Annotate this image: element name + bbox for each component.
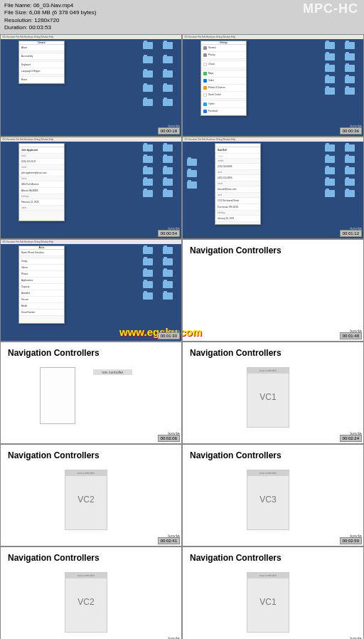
list-item: Name iPhone Simulator (19, 250, 64, 256)
list-item: 3494 Kuhl Avenue (19, 181, 64, 188)
folder-icon (143, 167, 153, 174)
thumb-11[interactable]: Navigation Controllers nav controller VC… (0, 546, 182, 639)
lynda-watermark: lynda (168, 636, 180, 639)
thumb-7[interactable]: Navigation Controllers nav controller ly… (0, 342, 182, 444)
folder-icon (163, 70, 173, 78)
nav-bar: nav controller (247, 470, 289, 476)
desktop-folders (325, 144, 358, 201)
thumb-4[interactable]: iOS Simulator File Edit Hardware Debug W… (182, 137, 364, 239)
list-item: 1512 Birchwood Street (215, 198, 260, 204)
list-item: February 22, 2020 (19, 199, 64, 206)
folder-icon (143, 190, 153, 197)
thumb-10[interactable]: Navigation Controllers nav controller VC… (182, 444, 364, 546)
mac-menubar: iOS Simulator File Edit Hardware Debug W… (1, 137, 181, 142)
desktop-folders (325, 42, 358, 99)
folder-icon (345, 167, 355, 174)
resolution-line: Resolution: 1280x720 (4, 17, 360, 24)
nav-bar: nav controller (65, 573, 107, 579)
folder-icon (325, 167, 335, 174)
folder-icon (163, 292, 173, 300)
contact-name: John Appleseed (19, 147, 64, 154)
folder-icon (143, 56, 153, 63)
ios-simulator: John Appleseed work (555) 555-5512 email… (18, 143, 65, 221)
timestamp: 00:02:41 (158, 537, 180, 544)
folder-icon (163, 258, 173, 265)
list-item: Photos & Camera (201, 85, 246, 92)
folder-icon (163, 179, 173, 186)
folder-icon (325, 190, 335, 197)
nav-controller-label: nav controller (93, 369, 132, 375)
list-item: Cincinnatio OH 45201 (215, 204, 260, 211)
vc-box: nav controller VC3 (247, 470, 289, 530)
list-item: (555) 564-8583 (215, 164, 260, 170)
list-item: Language & Region (19, 68, 64, 75)
gamecenter-icon (203, 93, 207, 97)
slide-heading: Navigation Controllers (183, 445, 363, 466)
contact-name: Kate Bell (215, 147, 260, 154)
folder-icon (325, 179, 335, 186)
folder-icon (345, 156, 355, 163)
timestamp: 00:01:30 (158, 332, 180, 339)
folder-icon (143, 281, 153, 288)
slide-heading: Navigation Controllers (1, 342, 181, 364)
folder-icon (187, 170, 197, 177)
folder-icon (163, 42, 173, 49)
list-item: Version (19, 297, 64, 303)
twitter-icon (203, 102, 207, 106)
folder-icon (345, 53, 355, 60)
mac-menubar: iOS Simulator File Edit Hardware Debug W… (183, 35, 363, 39)
thumb-12[interactable]: Navigation Controllers nav controller VC… (182, 546, 364, 639)
desktop-folders-left (187, 159, 197, 189)
list-item: Keyboard (19, 62, 64, 68)
thumb-6[interactable]: Navigation Controllers www.egsku.com lyn… (182, 239, 364, 342)
folder-icon (143, 270, 153, 277)
ios-simulator: General About Accessibility Keyboard Lan… (18, 41, 65, 84)
duration-line: Duration: 00:03:53 (4, 24, 360, 31)
folder-icon (163, 270, 173, 277)
thumbnail-grid: iOS Simulator File Edit Hardware Debug W… (0, 34, 364, 639)
vc-label: VC2 (77, 597, 94, 607)
gear-icon (203, 46, 207, 50)
folder-icon (325, 144, 335, 152)
timestamp: 00:02:24 (340, 435, 362, 442)
ios-simulator: Kate Bell Producer mobile (555) 564-8583… (215, 143, 261, 225)
list-item: Facebook (201, 108, 246, 115)
vc-label: VC1 (259, 392, 276, 402)
thumb-3[interactable]: iOS Simulator File Edit Hardware Debug W… (0, 137, 182, 239)
maps-icon (203, 72, 207, 75)
thumb-2[interactable]: iOS Simulator File Edit Hardware Debug W… (182, 34, 364, 137)
list-item: john.appleseed@mac.com (19, 170, 64, 176)
folder-icon (163, 190, 173, 197)
phone-outline (40, 367, 75, 424)
mac-menubar: iOS Simulator File Edit Hardware Debug W… (183, 137, 363, 142)
timestamp: 00:02:06 (158, 435, 180, 442)
list-item: Maps (201, 70, 246, 78)
list-item: Game Center (201, 92, 246, 99)
folder-icon (143, 179, 153, 186)
folder-icon (143, 85, 153, 92)
folder-icon (143, 99, 153, 106)
folder-icon (143, 292, 153, 300)
timestamp: 00:00:54 (158, 230, 180, 237)
folder-icon (345, 76, 355, 83)
timestamp: 00:00:18 (158, 127, 180, 134)
vc-label: VC1 (259, 597, 276, 607)
desktop-folders (143, 247, 176, 304)
mac-menubar: iOS Simulator File Edit Hardware Debug W… (1, 35, 181, 39)
folder-icon (143, 144, 153, 152)
folder-icon (345, 144, 355, 152)
thumb-1[interactable]: iOS Simulator File Edit Hardware Debug W… (0, 34, 182, 137)
folder-icon (163, 156, 173, 163)
player-header: File Name: 06_03-Nav.mp4 File Size: 6,08… (0, 0, 364, 34)
timestamp: 00:01:12 (340, 230, 362, 237)
photos-icon (203, 86, 207, 90)
vc-box: nav controller VC1 (247, 572, 289, 633)
thumb-9[interactable]: Navigation Controllers nav controller VC… (0, 444, 182, 546)
list-item: Twitter (201, 101, 246, 108)
safari-icon (203, 79, 207, 83)
folder-icon (325, 156, 335, 163)
thumb-5[interactable]: iOS Simulator File Edit Hardware Debug W… (0, 239, 182, 342)
folder-icon (345, 179, 355, 186)
list-item: January 20, 1978 (215, 216, 260, 222)
thumb-8[interactable]: Navigation Controllers nav controller VC… (182, 342, 364, 444)
